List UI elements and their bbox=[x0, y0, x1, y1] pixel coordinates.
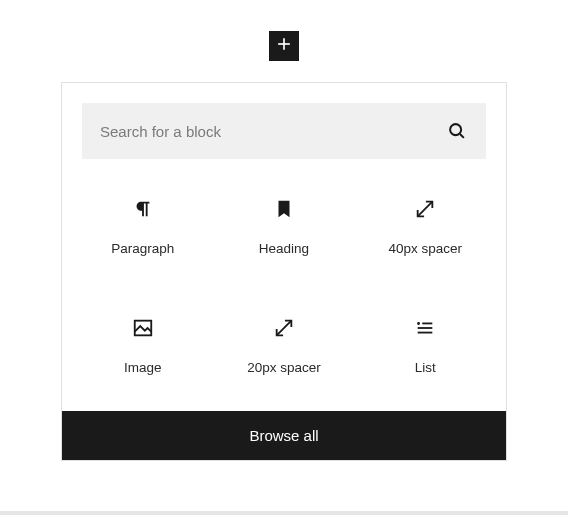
bookmark-icon bbox=[272, 197, 296, 221]
block-label: Heading bbox=[259, 241, 309, 256]
block-item-paragraph[interactable]: Paragraph bbox=[72, 189, 213, 264]
block-inserter-panel: Paragraph Heading 40px spacer bbox=[61, 82, 507, 461]
image-icon bbox=[131, 316, 155, 340]
add-block-button[interactable] bbox=[269, 31, 299, 61]
search-container bbox=[62, 83, 506, 159]
block-label: List bbox=[415, 360, 436, 375]
block-label: Paragraph bbox=[111, 241, 174, 256]
search-icon bbox=[446, 120, 468, 142]
svg-line-3 bbox=[460, 134, 464, 138]
block-item-image[interactable]: Image bbox=[72, 308, 213, 383]
browse-all-button[interactable]: Browse all bbox=[62, 411, 506, 460]
svg-line-6 bbox=[277, 321, 292, 336]
svg-point-2 bbox=[450, 124, 461, 135]
paragraph-icon bbox=[131, 197, 155, 221]
block-label: 20px spacer bbox=[247, 360, 321, 375]
expand-diagonal-icon bbox=[413, 197, 437, 221]
bottom-divider bbox=[0, 511, 568, 515]
expand-diagonal-icon bbox=[272, 316, 296, 340]
svg-point-7 bbox=[418, 323, 419, 324]
search-box bbox=[82, 103, 486, 159]
browse-all-label: Browse all bbox=[249, 427, 318, 444]
blocks-grid: Paragraph Heading 40px spacer bbox=[62, 159, 506, 411]
search-input[interactable] bbox=[100, 123, 446, 140]
block-label: Image bbox=[124, 360, 162, 375]
block-label: 40px spacer bbox=[389, 241, 463, 256]
list-icon bbox=[413, 316, 437, 340]
block-item-20px-spacer[interactable]: 20px spacer bbox=[213, 308, 354, 383]
plus-icon bbox=[274, 34, 294, 58]
block-item-40px-spacer[interactable]: 40px spacer bbox=[355, 189, 496, 264]
svg-line-4 bbox=[418, 202, 433, 217]
block-item-list[interactable]: List bbox=[355, 308, 496, 383]
block-item-heading[interactable]: Heading bbox=[213, 189, 354, 264]
